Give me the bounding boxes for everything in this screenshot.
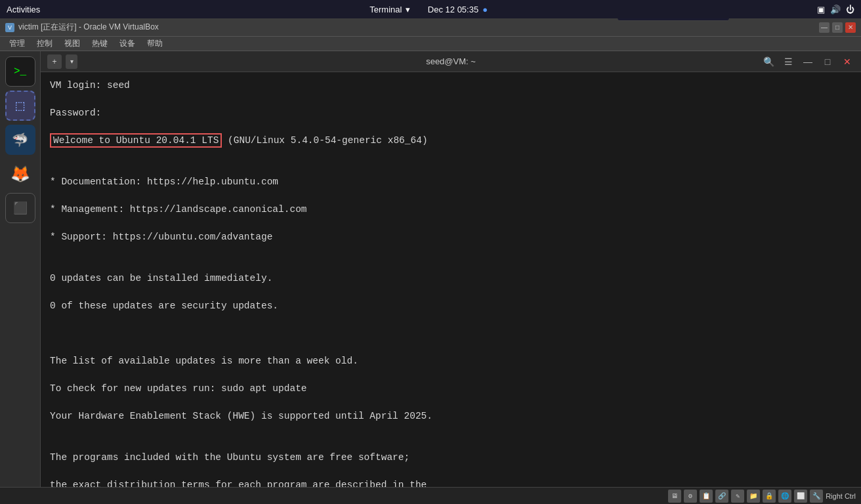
taskbar-icon-5[interactable]: ✎ xyxy=(731,490,744,503)
selection-icon: ⬚ xyxy=(16,97,24,115)
maximize-button[interactable]: □ xyxy=(832,22,843,33)
taskbar-icon-9[interactable]: ⬜ xyxy=(794,490,807,503)
taskbar-icon-1[interactable]: 🖥 xyxy=(668,490,681,503)
title-bar-controls: — □ ✕ xyxy=(819,22,856,33)
gnome-center: Terminal ▾ Dec 12 05:35 ● xyxy=(369,5,488,14)
window-title: victim [正在运行] - Oracle VM VirtualBox xyxy=(18,22,159,33)
terminal-top-bar: + ▾ seed@VM: ~ 🔍 ☰ — □ ✕ xyxy=(41,51,861,72)
password-line: Password: xyxy=(50,106,852,120)
menu-bar: 管理 控制 视图 热键 设备 帮助 xyxy=(0,37,861,51)
terminal-dropdown-arrow[interactable]: ▾ xyxy=(406,5,410,14)
terminal-area: + ▾ seed@VM: ~ 🔍 ☰ — □ ✕ VM login: seed … xyxy=(41,51,861,504)
terminal-maximize-button[interactable]: □ xyxy=(820,54,835,69)
virtualbox-icon: V xyxy=(5,23,14,32)
power-icon: ⏻ xyxy=(846,5,854,14)
sidebar-item-terminal2[interactable]: ⬛ xyxy=(5,193,35,223)
terminal-icon: >_ xyxy=(14,66,26,77)
updates2-line: 0 of these updates are security updates. xyxy=(50,299,852,313)
terminal-tab-title: seed@VM: ~ xyxy=(426,56,476,66)
terminal-label: Terminal xyxy=(369,5,402,14)
taskbar-icon-7[interactable]: 🔒 xyxy=(763,490,776,503)
terminal-content[interactable]: VM login: seed Password: Welcome to Ubun… xyxy=(41,72,861,504)
gnome-top-bar: Activities Terminal ▾ Dec 12 05:35 ● ▣ 🔊… xyxy=(0,0,861,18)
terminal2-icon: ⬛ xyxy=(13,201,28,215)
sidebar-item-firefox[interactable]: 🦊 xyxy=(5,159,35,189)
volume-icon: 🔊 xyxy=(830,5,841,14)
sidebar-item-terminal[interactable]: >_ xyxy=(5,56,35,87)
taskbar-icon-8[interactable]: 🌐 xyxy=(778,490,791,503)
mgmt-line: * Management: https://landscape.canonica… xyxy=(50,203,852,217)
terminal-minimize-button[interactable]: — xyxy=(801,54,815,69)
terminal-top-right: 🔍 ☰ — □ ✕ xyxy=(761,54,854,69)
login-line: VM login: seed xyxy=(50,79,852,93)
doc-line: * Documentation: https://help.ubuntu.com xyxy=(50,175,852,189)
taskbar-icon-6[interactable]: 📁 xyxy=(747,490,760,503)
list-old-line: The list of available updates is more th… xyxy=(50,354,852,368)
firefox-icon: 🦊 xyxy=(10,165,30,184)
menu-devices[interactable]: 设备 xyxy=(114,37,140,51)
terminal-top-left: + ▾ xyxy=(47,54,77,69)
welcome-rest: (GNU/Linux 5.4.0-54-generic x86_64) xyxy=(222,135,427,146)
search-button[interactable]: 🔍 xyxy=(761,54,776,69)
minimize-button[interactable]: — xyxy=(819,22,830,33)
shark-icon: 🦈 xyxy=(12,132,28,148)
support-line: * Support: https://ubuntu.com/advantage xyxy=(50,230,852,244)
title-bar: V victim [正在运行] - Oracle VM VirtualBox 👤… xyxy=(0,18,861,37)
gnome-right-icons: ▣ 🔊 ⏻ xyxy=(817,5,854,14)
main-layout: >_ ⬚ 🦈 🦊 ⬛ ⠿ + ▾ seed@VM: ~ 🔍 ☰ xyxy=(0,51,861,504)
taskbar-icon-2[interactable]: ⚙ xyxy=(684,490,697,503)
close-window-button[interactable]: ✕ xyxy=(845,22,856,33)
bottom-taskbar: 🖥 ⚙ 📋 🔗 ✎ 📁 🔒 🌐 ⬜ 🔧 Right Ctrl xyxy=(0,487,861,504)
welcome-line: Welcome to Ubuntu 20.04.1 LTS (GNU/Linux… xyxy=(50,134,852,148)
terminal-dropdown-button[interactable]: ▾ xyxy=(66,54,77,69)
menu-hotkeys[interactable]: 热键 xyxy=(87,37,113,51)
sidebar-item-selection[interactable]: ⬚ xyxy=(5,91,35,121)
terminal-new-tab-button[interactable]: + xyxy=(47,54,62,69)
updates1-line: 0 updates can be installed immediately. xyxy=(50,272,852,285)
terminal-close-button[interactable]: ✕ xyxy=(840,54,854,69)
menu-button[interactable]: ☰ xyxy=(781,54,795,69)
welcome-highlighted: Welcome to Ubuntu 20.04.1 LTS xyxy=(50,133,222,148)
screen-icon: ▣ xyxy=(817,5,825,14)
right-ctrl-label: Right Ctrl xyxy=(826,492,856,500)
menu-manage[interactable]: 管理 xyxy=(4,37,30,51)
menu-view[interactable]: 视图 xyxy=(59,37,85,51)
taskbar-icon-3[interactable]: 📋 xyxy=(700,490,713,503)
sidebar-item-shark[interactable]: 🦈 xyxy=(5,125,35,155)
activities-button[interactable]: Activities xyxy=(7,5,40,14)
active-dot: ● xyxy=(482,5,488,14)
title-bar-left: V victim [正在运行] - Oracle VM VirtualBox xyxy=(5,22,159,33)
check-updates-line: To check for new updates run: sudo apt u… xyxy=(50,382,852,396)
hwe-line: Your Hardware Enablement Stack (HWE) is … xyxy=(50,410,852,423)
menu-control[interactable]: 控制 xyxy=(32,37,58,51)
programs-line: The programs included with the Ubuntu sy… xyxy=(50,451,852,465)
datetime: Dec 12 05:35 xyxy=(428,5,478,14)
sidebar: >_ ⬚ 🦈 🦊 ⬛ ⠿ xyxy=(0,51,41,504)
taskbar-icon-4[interactable]: 🔗 xyxy=(715,490,728,503)
taskbar-icon-10[interactable]: 🔧 xyxy=(810,490,823,503)
menu-help[interactable]: 帮助 xyxy=(142,37,168,51)
